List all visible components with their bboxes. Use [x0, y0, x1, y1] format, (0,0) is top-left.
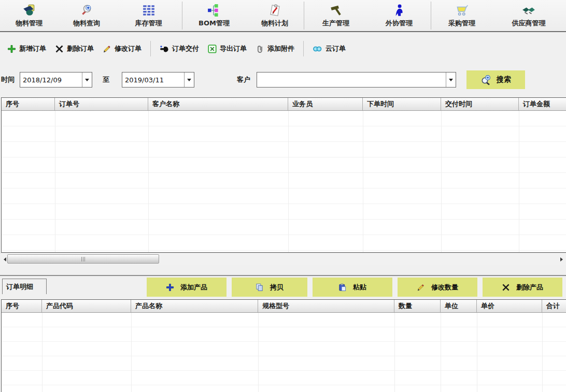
column-header-unit[interactable]: 单位: [441, 300, 477, 312]
filter-bar: 时间 2018/12/09 至 2019/03/11 客户 搜索: [0, 67, 566, 92]
delete-x-icon: [502, 283, 510, 292]
toolbar-separator: [303, 41, 304, 56]
paste-button[interactable]: 粘贴: [313, 278, 392, 297]
column-header-delivery-time[interactable]: 交付时间: [441, 98, 519, 110]
tab-label: 订单明细: [6, 282, 33, 292]
chevron-down-icon: [449, 79, 453, 83]
orders-table: 序号 订单号 客户名称 业务员 下单时间 交付时间 订单金额: [1, 97, 566, 253]
column-header-unit-price[interactable]: 单价: [477, 300, 542, 312]
search-button[interactable]: 搜索: [466, 70, 525, 89]
order-management-window: 物料管理 物料查询 库存管理 BOM管理 物料计划: [0, 0, 566, 392]
inventory-management-icon: [142, 4, 155, 17]
button-label: 修改数量: [431, 283, 458, 292]
thumb-grip-icon: [81, 257, 82, 262]
toolbar-item-material-management[interactable]: 物料管理: [0, 0, 58, 31]
toolbar-item-label: 生产管理: [322, 19, 349, 28]
material-management-icon: [22, 4, 36, 17]
toolbar-item-purchasing-management[interactable]: 采购管理: [431, 0, 492, 31]
toolbar-item-supplier-management[interactable]: 供应商管理: [492, 0, 565, 31]
toolbar-item-label: 外协管理: [386, 19, 413, 28]
orders-table-body: [2, 111, 566, 253]
chevron-down-icon: [85, 79, 89, 83]
cloud-order-button[interactable]: 云订单: [313, 44, 346, 53]
grid-line: [542, 313, 543, 392]
column-header-seq[interactable]: 序号: [2, 300, 42, 312]
date-to-dropdown-button[interactable]: [184, 72, 194, 87]
column-header-order-time[interactable]: 下单时间: [363, 98, 441, 110]
button-label: 粘贴: [353, 283, 366, 292]
add-product-button[interactable]: 添加产品: [147, 278, 227, 297]
scroll-right-button[interactable]: [559, 253, 566, 265]
customer-label: 客户: [237, 75, 250, 84]
deliver-order-button[interactable]: 订单交付: [160, 44, 199, 53]
grid-line: [131, 313, 132, 392]
pencil-icon: [417, 283, 425, 292]
details-table: 序号 产品代码 产品名称 规格型号 数量 单位 单价 合计: [1, 299, 566, 392]
copy-icon: [256, 283, 264, 292]
delete-x-icon: [55, 45, 64, 53]
column-header-spec-model[interactable]: 规格型号: [258, 300, 394, 312]
date-from-combobox[interactable]: 2018/12/09: [20, 72, 92, 88]
add-plus-icon: [7, 45, 16, 53]
scrollbar-thumb[interactable]: [7, 254, 159, 264]
thumb-grip-icon: [84, 257, 85, 262]
grid-line: [477, 313, 477, 392]
column-header-customer-name[interactable]: 客户名称: [148, 98, 288, 110]
supplier-management-icon: [522, 4, 535, 17]
scroll-left-button[interactable]: [0, 253, 7, 265]
toolbar-item-material-plan[interactable]: 物料计划: [246, 0, 304, 31]
toolbar-item-label: 物料管理: [16, 19, 43, 28]
column-header-salesperson[interactable]: 业务员: [288, 98, 363, 110]
column-header-product-name[interactable]: 产品名称: [131, 300, 258, 312]
customer-value: [257, 72, 446, 87]
column-header-quantity[interactable]: 数量: [394, 300, 441, 312]
search-button-label: 搜索: [497, 75, 511, 84]
grid-line: [42, 313, 43, 392]
modify-order-button[interactable]: 修改订单: [103, 44, 142, 53]
date-to-value: 2019/03/11: [122, 72, 184, 87]
paperclip-icon: [256, 45, 264, 53]
paste-icon: [338, 283, 347, 292]
copy-button[interactable]: 拷贝: [232, 278, 307, 297]
toolbar-item-inventory-management[interactable]: 库存管理: [115, 0, 182, 31]
customer-combobox[interactable]: [257, 72, 456, 88]
column-header-total[interactable]: 合计: [542, 300, 566, 312]
grid-line: [519, 111, 519, 253]
toolbar-item-outsourcing-management[interactable]: 外协管理: [367, 0, 431, 31]
button-label: 删除订单: [67, 44, 94, 53]
toolbar-item-material-query[interactable]: 物料查询: [58, 0, 115, 31]
export-order-button[interactable]: 导出订单: [208, 44, 247, 53]
column-header-order-amount[interactable]: 订单金额: [519, 98, 566, 110]
toolbar-item-label: 库存管理: [135, 19, 162, 28]
button-label: 订单交付: [172, 44, 199, 53]
button-label: 拷贝: [270, 283, 284, 292]
delete-order-button[interactable]: 删除订单: [55, 44, 94, 53]
toolbar-item-label: 物料查询: [73, 19, 100, 28]
production-management-icon: [329, 4, 343, 17]
date-from-dropdown-button[interactable]: [82, 72, 92, 87]
thumb-grip-icon: [83, 257, 83, 262]
date-to-combobox[interactable]: 2019/03/11: [122, 72, 194, 88]
column-header-order-no[interactable]: 订单号: [55, 98, 148, 110]
tab-order-details[interactable]: 订单明细: [2, 279, 47, 294]
toolbar-item-label: BOM管理: [199, 19, 230, 28]
orders-table-header: 序号 订单号 客户名称 业务员 下单时间 交付时间 订单金额: [2, 98, 566, 111]
add-attachment-button[interactable]: 添加附件: [256, 44, 294, 53]
toolbar-item-bom-management[interactable]: BOM管理: [182, 0, 246, 31]
column-header-seq[interactable]: 序号: [2, 98, 55, 110]
modify-quantity-button[interactable]: 修改数量: [398, 278, 477, 297]
main-toolbar: 物料管理 物料查询 库存管理 BOM管理 物料计划: [0, 0, 566, 32]
excel-export-icon: [208, 45, 217, 53]
customer-dropdown-button[interactable]: [446, 72, 456, 87]
time-label: 时间: [1, 75, 15, 84]
purchasing-management-icon: [455, 4, 469, 17]
horizontal-scrollbar[interactable]: [0, 253, 566, 265]
section-divider: [0, 275, 566, 276]
date-from-value: 2018/12/09: [20, 72, 82, 87]
toolbar-item-production-management[interactable]: 生产管理: [304, 0, 367, 31]
column-header-product-code[interactable]: 产品代码: [42, 300, 131, 312]
toolbar-separator: [150, 41, 151, 56]
add-order-button[interactable]: 新增订单: [7, 44, 46, 53]
delete-product-button[interactable]: 删除产品: [483, 278, 562, 297]
outsourcing-management-icon: [392, 4, 406, 17]
